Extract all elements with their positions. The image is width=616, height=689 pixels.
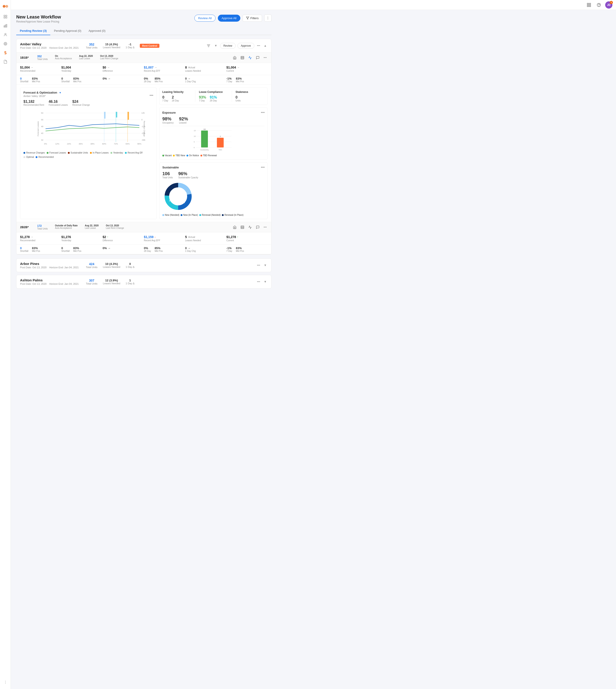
- svg-rect-6: [4, 26, 4, 27]
- more-options-amber-valley[interactable]: •••: [256, 43, 261, 48]
- unit-comment-icon-2b2b[interactable]: [255, 225, 260, 230]
- svg-text:96%: 96%: [137, 143, 141, 145]
- chart-legend: Revenue Changes Forecast Leases Sustaina…: [23, 152, 153, 158]
- total-units-ashton: 307 Total Units: [86, 279, 97, 285]
- chevron-down-sort-icon[interactable]: ▼: [213, 43, 218, 48]
- sidebar-item-more[interactable]: [1, 678, 9, 686]
- svg-text:15: 15: [194, 130, 196, 132]
- unit-chart-icon-2b2b[interactable]: [247, 225, 253, 230]
- approve-button-amber-valley[interactable]: Approve: [237, 43, 254, 49]
- exposure-chart: Exposure ••• 98% Occupancy 92%: [159, 108, 268, 160]
- unit-total-units-2b2b: 172 Total Units: [37, 224, 48, 230]
- expand-ashton[interactable]: ▼: [263, 279, 268, 284]
- difference-price: $0 → Difference: [103, 66, 144, 72]
- unit-home-icon[interactable]: [232, 55, 237, 61]
- svg-point-12: [5, 44, 6, 44]
- actual-leases-2b2b: 5 Actual Leases Needed: [185, 235, 226, 242]
- sidebar-item-targets[interactable]: [1, 40, 9, 48]
- price-metrics-2b2b: $1,278 → Recommended $1,276 Yesterday: [17, 232, 271, 245]
- approve-all-button[interactable]: Approve All: [218, 15, 240, 22]
- 7-day: -1% 7 Day: [226, 77, 232, 83]
- filter-icon: [246, 17, 249, 20]
- svg-text:22: 22: [171, 191, 173, 193]
- sust-capacity: 96% Sustainable Cpacity: [178, 171, 198, 179]
- tab-pending-approval[interactable]: Pending Approval (0): [50, 27, 85, 35]
- sidebar-item-users[interactable]: [1, 31, 9, 39]
- svg-rect-57: [104, 112, 106, 118]
- unit-building-icon[interactable]: [240, 55, 245, 61]
- svg-text:60%: 60%: [102, 143, 106, 145]
- filters-label: Filters: [250, 17, 259, 20]
- more-options-arbor[interactable]: •••: [256, 263, 261, 268]
- unit-last-lease-2b2b: Aug 22, 2020 Last Lease: [85, 224, 98, 230]
- review-all-button[interactable]: Review All: [194, 15, 216, 22]
- svg-text:48%: 48%: [90, 143, 94, 145]
- svg-text:48: 48: [41, 125, 43, 128]
- unit-more-icon-2b2b[interactable]: •••: [263, 225, 268, 230]
- unit-rent-change-1b1b: Oct 13, 2020 Last Rent Change: [100, 55, 118, 61]
- recommended-price-2b2b: $1,278 → Recommended: [20, 235, 61, 242]
- pct-change: 0% →: [103, 77, 110, 83]
- donut-chart-svg: 22 28 26 24: [162, 181, 194, 212]
- user-avatar[interactable]: JD 2: [605, 1, 612, 8]
- expand-arbor[interactable]: ▼: [263, 263, 268, 268]
- unit-chart-icon[interactable]: [247, 55, 253, 61]
- svg-rect-7: [5, 25, 6, 27]
- current-price: $1,004 → Current: [226, 66, 268, 72]
- more-options-button[interactable]: [264, 15, 271, 22]
- exposure-more-button[interactable]: •••: [261, 110, 265, 114]
- mkt-pos-2: 83% Mkt Pos: [73, 77, 81, 83]
- svg-text:24: 24: [183, 201, 185, 204]
- more-options-ashton[interactable]: •••: [256, 279, 261, 284]
- svg-rect-5: [6, 17, 7, 18]
- charts-section-1b1b: Forecast & Optimization ▼ Amber Valley 1…: [17, 85, 271, 222]
- unit-comment-icon[interactable]: [255, 55, 260, 61]
- sustainable-more-button[interactable]: •••: [261, 165, 265, 169]
- line-chart-svg: 64 56 48 40 32 12k 0 -12k -24k -36k: [23, 108, 153, 149]
- svg-text:84%: 84%: [126, 143, 130, 145]
- page-subtitle: Review/Approve New Lease Pricing: [16, 20, 61, 23]
- leases-needed-amber-valley: 15 (4.3%) Leases Needed: [103, 43, 120, 49]
- grid-icon[interactable]: [585, 1, 593, 8]
- svg-marker-23: [246, 17, 249, 19]
- review-button-amber-valley[interactable]: Review: [220, 43, 236, 49]
- tab-approved[interactable]: Approved (0): [85, 27, 109, 35]
- chart-more-button[interactable]: •••: [150, 93, 153, 97]
- collapse-amber-valley[interactable]: ▲: [263, 43, 268, 48]
- app-logo[interactable]: [2, 3, 9, 10]
- svg-text:Revenue Change: Revenue Change: [143, 121, 146, 137]
- svg-rect-18: [589, 3, 591, 4]
- help-icon[interactable]: [595, 1, 602, 8]
- svg-point-24: [268, 17, 268, 17]
- unit-total-units-1b1b: 352 Total Units: [37, 55, 48, 61]
- svg-text:36%: 36%: [79, 143, 83, 145]
- sidebar-item-pricing[interactable]: [1, 49, 9, 57]
- exposure-title: Exposure: [162, 111, 176, 114]
- svg-rect-17: [587, 3, 589, 4]
- page-title-section: New Lease Workflow Review/Approve New Le…: [16, 15, 61, 23]
- mkt-28: 85% Mkt Pos: [155, 77, 163, 83]
- unit-home-icon-2b2b[interactable]: [232, 225, 237, 230]
- svg-rect-20: [589, 5, 591, 6]
- sidebar: [0, 0, 11, 689]
- recent-avg-eff: $1,007 → Recent Avg EFF: [144, 66, 185, 72]
- tab-pending-review[interactable]: Pending Review (3): [16, 27, 50, 35]
- unit-more-icon[interactable]: •••: [263, 55, 268, 60]
- notification-badge: 2: [610, 1, 613, 4]
- day-delta-arbor: 0 1 Day Δ: [126, 262, 134, 268]
- page-header: New Lease Workflow Review/Approve New Le…: [16, 15, 271, 23]
- recent-avg-eff-2b2b: $1,159 ↓ Recent Avg EFF: [144, 235, 185, 242]
- leasing-velocity-section: Leasing Velocity 0 7 Day 2 28: [162, 90, 195, 102]
- unit-type-1b1b: 1B1B* 352 Total Units On Auto Acceptance…: [17, 52, 271, 222]
- sort-icon[interactable]: [206, 43, 212, 49]
- sidebar-item-analytics[interactable]: [1, 22, 9, 30]
- property-card-arbor-pines: Arbor Pines Post Date: Oct 13, 2020 Hori…: [16, 259, 271, 272]
- leases-needed-arbor: 10 (4.3%) Leases Needed: [103, 262, 120, 268]
- svg-point-25: [268, 18, 268, 18]
- unit-building-icon-2b2b[interactable]: [240, 225, 245, 230]
- sidebar-item-dashboard[interactable]: [1, 13, 9, 21]
- svg-text:7: 7: [220, 135, 221, 137]
- sidebar-item-reports[interactable]: [1, 58, 9, 66]
- unit-type-name-1b1b: 1B1B*: [20, 56, 34, 59]
- filters-button[interactable]: Filters: [243, 15, 262, 22]
